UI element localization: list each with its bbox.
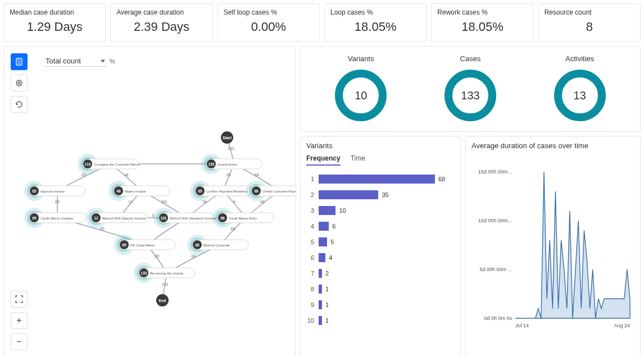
donut-ring[interactable]: 133 — [445, 70, 496, 121]
svg-text:65: 65 — [226, 173, 231, 177]
bar-label: 4 — [306, 223, 319, 230]
bar-row[interactable]: 72 — [306, 266, 455, 281]
donut-value: 13 — [574, 89, 586, 102]
svg-text:68: 68 — [220, 216, 225, 220]
svg-text:101: 101 — [161, 200, 167, 204]
bar-track: 10 — [319, 205, 455, 216]
bar-value: 1 — [325, 286, 329, 292]
donut-value: 133 — [461, 89, 479, 102]
svg-text:Reject Invoice: Reject Invoice — [125, 190, 146, 193]
bar-row[interactable]: 81 — [306, 281, 455, 297]
fullscreen-button[interactable] — [11, 291, 28, 308]
donut-ring[interactable]: 10 — [335, 70, 387, 121]
kpi-value: 1.29 Days — [10, 19, 99, 36]
kpi-title: Rework cases % — [437, 8, 527, 16]
kpi-row: Median case duration 1.29 Days Average c… — [3, 3, 641, 42]
map-view-button[interactable] — [11, 53, 28, 70]
bar-row[interactable]: 235 — [306, 187, 455, 203]
process-map-panel: Total count % 13365686548651210135696865… — [3, 46, 296, 357]
duration-panel: Average duration of cases over time 0d 0… — [465, 136, 641, 357]
bar-track: 1 — [319, 284, 455, 294]
bar-row[interactable]: 91 — [306, 297, 455, 313]
svg-text:Complete the Customer Memo: Complete the Customer Memo — [94, 163, 140, 166]
variants-bar-chart[interactable]: 168235310465564728191101 — [301, 169, 460, 334]
svg-text:48: 48 — [124, 173, 129, 177]
bar-value: 1 — [325, 301, 329, 308]
kpi-card-resource-count: Resource count 8 — [538, 3, 641, 42]
kpi-card-loop-cases: Loop cases % 18.05% — [324, 3, 427, 42]
svg-text:113: 113 — [85, 162, 91, 166]
tab-time[interactable]: Time — [351, 152, 365, 166]
panel-title: Average duration of cases over time — [466, 137, 640, 152]
svg-text:Approve Invoice: Approve Invoice — [40, 190, 65, 193]
bar-label: 9 — [306, 301, 319, 308]
svg-text:Refund With Standard Voucher: Refund With Standard Voucher — [170, 217, 216, 220]
donut-ring[interactable]: 13 — [554, 70, 606, 121]
svg-text:Refund With Special Voucher: Refund With Special Voucher — [102, 217, 146, 220]
svg-text:68: 68 — [255, 173, 259, 177]
kpi-value: 0.00% — [224, 19, 314, 36]
kpi-title: Self loop cases % — [224, 8, 314, 16]
bar-row[interactable]: 55 — [306, 234, 455, 250]
svg-text:68: 68 — [231, 227, 235, 231]
bar-row[interactable]: 101 — [306, 313, 455, 328]
bar-row[interactable]: 310 — [306, 203, 455, 218]
svg-text:133: 133 — [161, 282, 168, 286]
process-map-canvas[interactable]: 13365686548651210135696865686568133Start… — [4, 86, 295, 310]
svg-text:101: 101 — [161, 216, 167, 220]
svg-text:Start: Start — [223, 136, 232, 140]
donut-title: Variants — [335, 54, 387, 63]
kpi-card-average-duration: Average case duration 2.39 Days — [110, 3, 212, 42]
kpi-card-self-loop: Self loop cases % 0.00% — [217, 3, 320, 42]
svg-text:Credit Memo Creation: Credit Memo Creation — [40, 217, 74, 220]
svg-text:0d 0h 0m 0s: 0d 0h 0m 0s — [484, 315, 512, 321]
svg-text:9: 9 — [233, 200, 235, 204]
bar-row[interactable]: 64 — [306, 250, 455, 266]
panel-title: Variants — [301, 137, 460, 152]
bar-fill — [319, 222, 329, 231]
bar-track: 1 — [319, 315, 455, 326]
svg-text:65: 65 — [198, 189, 202, 193]
svg-text:Jul 14: Jul 14 — [515, 323, 529, 328]
zoom-in-button[interactable]: + — [11, 312, 28, 329]
svg-text:65: 65 — [32, 189, 37, 193]
svg-text:68: 68 — [195, 243, 199, 247]
bar-track: 6 — [319, 221, 455, 231]
bar-row[interactable]: 168 — [306, 171, 455, 187]
bar-label: 1 — [306, 176, 319, 182]
bar-fill — [319, 300, 322, 309]
duration-chart[interactable]: 0d 0h 0m 0s5d 00h 00m ...10d 00h 00m...1… — [466, 152, 640, 336]
kpi-value: 8 — [545, 19, 634, 36]
tab-frequency[interactable]: Frequency — [306, 152, 341, 166]
svg-text:Aug 24: Aug 24 — [614, 323, 630, 328]
svg-text:10d 00h 00m...: 10d 00h 00m... — [478, 218, 512, 223]
donut-title: Activities — [554, 54, 606, 63]
donut-cases: Cases 133 — [445, 54, 496, 121]
bar-label: 7 — [306, 270, 319, 277]
bar-row[interactable]: 46 — [306, 218, 455, 234]
bar-track: 35 — [319, 190, 455, 200]
metric-dropdown[interactable]: Total count — [44, 56, 106, 67]
kpi-title: Average case duration — [116, 8, 206, 16]
kpi-card-median-duration: Median case duration 1.29 Days — [3, 3, 106, 42]
bar-label: 5 — [306, 239, 319, 245]
svg-text:Invoice Entry: Invoice Entry — [217, 163, 237, 166]
bar-fill — [319, 175, 435, 184]
svg-point-5 — [18, 82, 20, 84]
bar-value: 4 — [329, 254, 332, 261]
zoom-out-button[interactable]: − — [11, 333, 28, 350]
svg-text:12: 12 — [128, 200, 133, 204]
svg-text:65: 65 — [100, 227, 105, 231]
svg-text:56: 56 — [203, 200, 207, 204]
svg-text:12: 12 — [94, 216, 98, 220]
variants-tabs: Frequency Time — [301, 152, 460, 169]
bar-value: 68 — [438, 176, 445, 182]
svg-text:Credit Memo Entry: Credit Memo Entry — [229, 217, 257, 220]
svg-text:End: End — [158, 299, 166, 303]
bar-track: 4 — [319, 253, 455, 263]
svg-text:48: 48 — [116, 189, 121, 193]
donut-value: 10 — [355, 89, 367, 102]
svg-text:133: 133 — [208, 162, 215, 166]
svg-text:65: 65 — [55, 200, 60, 204]
metric-dropdown-label: Total count — [46, 57, 81, 65]
